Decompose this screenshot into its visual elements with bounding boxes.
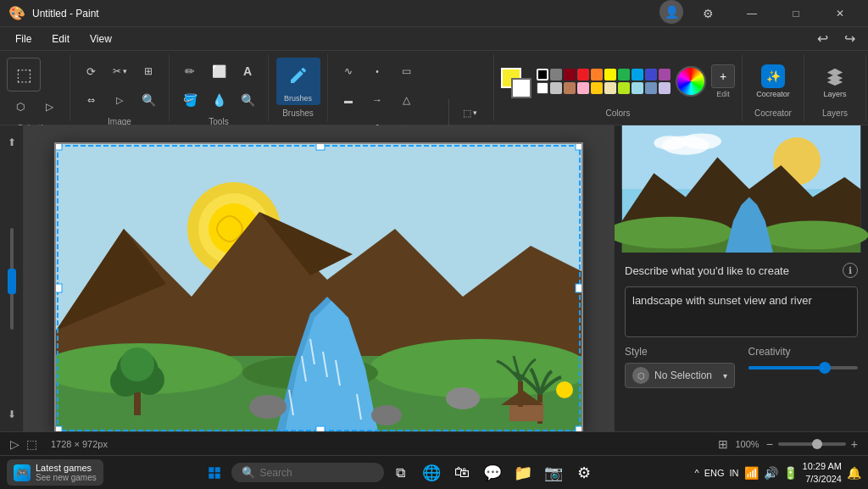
eraser-button[interactable]: ⬜ bbox=[205, 58, 232, 85]
color-indigo[interactable] bbox=[645, 69, 657, 81]
color-black[interactable] bbox=[537, 69, 548, 81]
color-lime[interactable] bbox=[618, 82, 630, 94]
color-yellow[interactable] bbox=[604, 69, 616, 81]
taskbar-app-settings[interactable]: ⚙ bbox=[570, 459, 598, 486]
start-button[interactable] bbox=[201, 459, 228, 486]
shape-triangle[interactable]: △ bbox=[392, 86, 420, 114]
slider-thumb[interactable] bbox=[819, 362, 831, 374]
style-column: Style ⬡ No Selection ▾ bbox=[625, 346, 735, 388]
svg-rect-49 bbox=[214, 473, 220, 478]
taskbar-app-edge[interactable]: 🌐 bbox=[418, 459, 445, 486]
zoom-fit-icon[interactable]: ⊞ bbox=[718, 437, 728, 451]
flip-button[interactable]: ⇔ bbox=[77, 86, 104, 114]
left-scroll-up[interactable]: ⬆ bbox=[2, 132, 22, 153]
latest-games-app[interactable]: 🎮 Latest games See new games bbox=[7, 459, 103, 486]
paint-canvas[interactable] bbox=[56, 144, 581, 431]
taskbar-app-photos[interactable]: 📷 bbox=[540, 459, 567, 486]
selection-arrow-button[interactable]: ▷ bbox=[36, 93, 63, 120]
eyedropper-button[interactable]: 💧 bbox=[205, 86, 232, 114]
cocreator-label: Cocreator bbox=[754, 105, 792, 118]
minimize-button[interactable]: — bbox=[732, 0, 771, 27]
zoom-in-icon[interactable]: + bbox=[851, 437, 858, 451]
edit-colors-button[interactable]: + Edit bbox=[711, 64, 735, 98]
selection-arrow-icon[interactable]: ▷ bbox=[10, 437, 19, 451]
taskbar-app-store[interactable]: 🛍 bbox=[448, 459, 476, 486]
color-lightblue[interactable] bbox=[632, 82, 643, 94]
taskbar: 🎮 Latest games See new games 🔍 bbox=[0, 455, 868, 489]
left-scroll-down[interactable]: ⬇ bbox=[2, 404, 22, 425]
battery-icon[interactable]: 🔋 bbox=[783, 466, 798, 480]
zoom-slider[interactable] bbox=[778, 442, 846, 446]
layers-button[interactable]: Layers bbox=[811, 58, 859, 105]
color-blue[interactable] bbox=[632, 69, 643, 81]
color-gold[interactable] bbox=[591, 82, 603, 94]
text-button[interactable]: A bbox=[234, 58, 261, 85]
selection-rect-icon[interactable]: ⬚ bbox=[26, 437, 37, 451]
creativity-slider[interactable] bbox=[748, 363, 859, 370]
selection-rect-button[interactable]: ⬚ bbox=[7, 58, 41, 92]
color-white[interactable] bbox=[537, 82, 548, 94]
color-cream[interactable] bbox=[604, 82, 616, 94]
taskbar-app-chat[interactable]: 💬 bbox=[479, 459, 506, 486]
shape-fill-dropdown[interactable]: ⬚▾ bbox=[453, 99, 487, 126]
color-picker-wheel[interactable] bbox=[676, 66, 706, 97]
chevron-icon[interactable]: ^ bbox=[695, 468, 699, 478]
canvas-scroll-area[interactable] bbox=[24, 125, 614, 431]
task-view-button[interactable]: ⧉ bbox=[387, 459, 415, 486]
menu-file[interactable]: File bbox=[7, 30, 40, 48]
rotate-button[interactable]: ⟳ bbox=[77, 58, 104, 85]
menu-edit[interactable]: Edit bbox=[43, 30, 78, 48]
search-bar[interactable]: 🔍 bbox=[231, 463, 384, 482]
color-tan[interactable] bbox=[564, 82, 576, 94]
more-image-button[interactable]: ▷ bbox=[106, 86, 133, 114]
settings-icon[interactable]: ⚙ bbox=[688, 0, 727, 27]
cocreator-button[interactable]: ✨ Cocreator bbox=[749, 58, 797, 105]
user-avatar[interactable]: 👤 bbox=[659, 0, 683, 24]
color-pink[interactable] bbox=[577, 82, 589, 94]
shape-rect[interactable]: ▭ bbox=[392, 58, 420, 85]
wifi-icon[interactable]: 📶 bbox=[744, 466, 759, 480]
info-icon[interactable]: ℹ bbox=[843, 263, 858, 278]
menu-view[interactable]: View bbox=[81, 30, 120, 48]
color-green[interactable] bbox=[618, 69, 630, 81]
style-dropdown[interactable]: ⬡ No Selection ▾ bbox=[625, 363, 735, 388]
fill-button[interactable]: 🪣 bbox=[176, 86, 203, 114]
shape-dot[interactable]: • bbox=[364, 58, 391, 85]
color-red[interactable] bbox=[577, 69, 589, 81]
shape-rect2[interactable]: ▬ bbox=[335, 86, 362, 114]
shape-arrow[interactable]: → bbox=[364, 86, 391, 114]
search-input[interactable] bbox=[260, 467, 370, 479]
color-orange[interactable] bbox=[591, 69, 603, 81]
background-color[interactable] bbox=[511, 78, 531, 98]
prompt-input[interactable]: landscape with sunset view and river bbox=[625, 286, 858, 337]
selection-free-button[interactable]: ⬡ bbox=[7, 93, 34, 120]
shape-curve[interactable]: ∿ bbox=[335, 58, 362, 85]
maximize-button[interactable]: □ bbox=[776, 0, 815, 27]
resize-button[interactable]: ⊞ bbox=[135, 58, 162, 85]
color-darkred[interactable] bbox=[564, 69, 576, 81]
scrollbar-thumb[interactable] bbox=[8, 269, 16, 294]
zoom-tool-button[interactable]: 🔍 bbox=[135, 86, 162, 114]
crop-button[interactable]: ✂▾ bbox=[106, 58, 133, 85]
magnify-button[interactable]: 🔍 bbox=[234, 86, 261, 114]
zoom-out-icon[interactable]: − bbox=[766, 437, 773, 451]
brushes-label: Brushes bbox=[282, 105, 314, 118]
svg-rect-36 bbox=[576, 426, 581, 431]
color-lightgray[interactable] bbox=[550, 82, 562, 94]
color-steelblue[interactable] bbox=[645, 82, 657, 94]
volume-icon[interactable]: 🔊 bbox=[764, 466, 778, 480]
color-purple[interactable] bbox=[659, 69, 670, 81]
color-lavender[interactable] bbox=[659, 82, 670, 94]
language-indicator[interactable]: ENG bbox=[704, 468, 725, 478]
color-gray[interactable] bbox=[550, 69, 562, 81]
taskbar-app-files[interactable]: 📁 bbox=[509, 459, 537, 486]
redo-button[interactable]: ↪ bbox=[837, 29, 861, 49]
pencil-button[interactable]: ✏ bbox=[176, 58, 203, 85]
svg-rect-29 bbox=[56, 144, 62, 150]
title-left: 🎨 Untitled - Paint bbox=[8, 5, 99, 21]
notification-icon[interactable]: 🔔 bbox=[847, 466, 861, 480]
brush-active-button[interactable]: Brushes bbox=[276, 58, 320, 105]
undo-button[interactable]: ↩ bbox=[810, 29, 834, 49]
close-button[interactable]: ✕ bbox=[821, 0, 860, 27]
time-display[interactable]: 10:29 AM 7/3/2024 bbox=[803, 460, 842, 485]
